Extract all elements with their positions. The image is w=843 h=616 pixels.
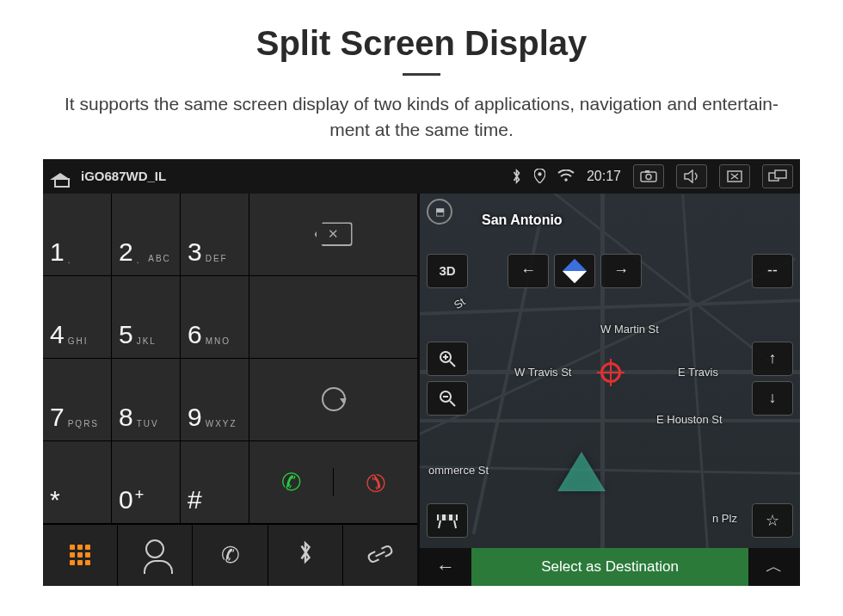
key-5[interactable]: 5JKL — [112, 276, 181, 359]
key-3[interactable]: 3DEF — [181, 194, 249, 276]
map-back-button[interactable]: ← — [420, 548, 471, 586]
keypad-spacer-1 — [249, 276, 417, 359]
key-star[interactable]: * — [43, 441, 112, 524]
call-row: ✆ ✆ — [249, 441, 417, 524]
svg-rect-16 — [439, 514, 442, 521]
backspace-icon: ✕ — [315, 222, 353, 246]
svg-line-19 — [439, 521, 440, 528]
backspace-button[interactable]: ✕ — [249, 194, 417, 276]
svg-rect-2 — [641, 172, 656, 182]
close-box-button[interactable] — [719, 164, 750, 188]
pan-down-button[interactable]: ↓ — [752, 381, 793, 416]
map-3d-button[interactable]: 3D — [427, 254, 468, 288]
svg-point-1 — [564, 179, 568, 182]
subtitle-line-1: It supports the same screen display of t… — [65, 94, 778, 114]
phone-call-icon: ✆ — [281, 468, 301, 496]
call-button[interactable]: ✆ — [249, 468, 334, 496]
street-commerce: ommerce St — [428, 464, 489, 477]
user-icon — [145, 539, 164, 558]
key-6[interactable]: 6MNO — [181, 276, 249, 359]
key-4[interactable]: 4GHI — [43, 276, 112, 359]
home-icon[interactable] — [50, 167, 71, 186]
camera-button[interactable] — [633, 164, 664, 188]
destination-marker — [600, 362, 625, 386]
key-0[interactable]: 0+ — [112, 441, 181, 524]
key-2[interactable]: 2. ABC — [112, 194, 181, 276]
map-nav-forward-button[interactable]: → — [600, 254, 642, 288]
status-left: iGO687WD_IL — [50, 167, 166, 186]
clock: 20:17 — [587, 169, 621, 184]
split-container: 1. ∞ 2. ABC 3DEF ✕ 4GHI 5JKL 6MNO 7PQRS … — [43, 194, 800, 586]
wifi-icon — [557, 169, 575, 182]
tab-phone[interactable]: ✆ — [193, 525, 268, 586]
cycle-icon — [322, 387, 346, 411]
key-1[interactable]: 1. ∞ — [43, 194, 112, 276]
street-houston: E Houston St — [656, 413, 723, 426]
title-underline — [403, 73, 440, 76]
svg-line-13 — [450, 401, 455, 406]
key-7[interactable]: 7PQRS — [43, 359, 112, 441]
north-icon — [563, 259, 587, 283]
svg-point-3 — [646, 175, 651, 180]
favorite-button[interactable]: ☆ — [752, 503, 793, 538]
hangup-button[interactable]: ✆ — [334, 468, 417, 496]
dialer-tabbar: ✆ — [43, 524, 417, 586]
map-background — [420, 194, 800, 586]
tab-apps[interactable] — [43, 525, 118, 586]
apps-icon — [70, 545, 90, 565]
zoom-out-button[interactable] — [427, 381, 468, 416]
key-8[interactable]: 8TUV — [112, 359, 181, 441]
page-subtitle: It supports the same screen display of t… — [47, 91, 796, 144]
key-9[interactable]: 9WXYZ — [181, 359, 249, 441]
page: Split Screen Display It supports the sam… — [0, 0, 843, 616]
location-icon — [534, 169, 545, 183]
redial-button[interactable] — [249, 359, 417, 441]
svg-line-9 — [450, 361, 455, 367]
phone-hangup-icon: ✆ — [366, 468, 385, 496]
svg-rect-4 — [645, 170, 649, 173]
page-title: Split Screen Display — [256, 24, 588, 63]
map-expand-button[interactable]: ︿ — [748, 548, 800, 586]
compass-icon[interactable]: ⬒ — [427, 199, 452, 225]
status-right: 20:17 — [511, 164, 793, 188]
link-icon — [367, 542, 393, 569]
map-bottom-bar: ← Select as Destination ︿ — [420, 548, 800, 586]
svg-rect-17 — [446, 514, 449, 521]
tab-bluetooth[interactable] — [268, 525, 343, 586]
map-city-label: San Antonio — [482, 213, 563, 228]
key-hash[interactable]: # — [181, 441, 249, 524]
recents-button[interactable] — [762, 164, 793, 188]
svg-rect-7 — [775, 170, 786, 178]
street-travis: W Travis St — [514, 366, 571, 379]
bluetooth-icon — [511, 169, 522, 184]
volume-button[interactable] — [676, 164, 707, 188]
pan-up-button[interactable]: ↑ — [752, 342, 793, 376]
select-destination-button[interactable]: Select as Destination — [471, 548, 748, 586]
subtitle-line-2: ment at the same time. — [329, 120, 514, 139]
tab-link[interactable] — [343, 525, 417, 586]
vehicle-icon — [557, 452, 606, 491]
zoom-in-button[interactable] — [427, 342, 468, 376]
street-travis-e: E Travis — [678, 366, 718, 379]
bluetooth-tab-icon — [298, 540, 313, 570]
device-screen: iGO687WD_IL 20:17 — [43, 159, 800, 586]
svg-rect-18 — [452, 514, 456, 521]
svg-point-0 — [538, 173, 541, 176]
map-nav-back-button[interactable]: ← — [508, 254, 549, 288]
phone-icon: ✆ — [221, 542, 240, 569]
keypad: 1. ∞ 2. ABC 3DEF ✕ 4GHI 5JKL 6MNO 7PQRS … — [43, 194, 417, 524]
app-name: iGO687WD_IL — [81, 169, 166, 183]
road-block-button[interactable] — [427, 503, 468, 538]
tab-contacts[interactable] — [118, 525, 193, 586]
street-plz: n Plz — [712, 512, 737, 525]
map-collapse-button[interactable]: -- — [752, 254, 793, 288]
dialer-pane: 1. ∞ 2. ABC 3DEF ✕ 4GHI 5JKL 6MNO 7PQRS … — [43, 194, 420, 586]
map-pane[interactable]: ⬒ San Antonio St W Martin St W Travis St… — [420, 194, 800, 586]
map-north-button[interactable] — [554, 254, 595, 288]
status-bar: iGO687WD_IL 20:17 — [43, 159, 800, 194]
svg-line-20 — [454, 521, 456, 528]
street-martin: W Martin St — [600, 323, 659, 336]
